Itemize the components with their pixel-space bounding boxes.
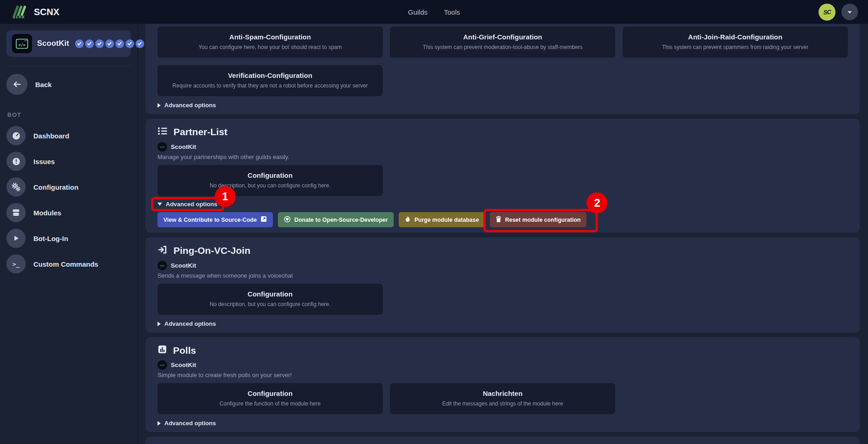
server-card[interactable]: </> ScootKit bbox=[6, 30, 131, 57]
card-polls-configuration[interactable]: Configuration Configure the function of … bbox=[157, 383, 383, 414]
section-title: Partner-List bbox=[174, 126, 228, 137]
card-title: Nachrichten bbox=[399, 389, 606, 397]
back-button[interactable]: Back bbox=[6, 73, 131, 96]
card-description: Edit the messages and strings of the mod… bbox=[399, 400, 606, 407]
advanced-options-toggle[interactable]: Advanced options bbox=[157, 102, 216, 109]
server-badges bbox=[75, 39, 154, 48]
terminal-icon: >_ bbox=[6, 254, 26, 274]
user-avatar[interactable]: SC bbox=[818, 3, 836, 21]
annotation-highlight-2: Reset module configuration 2 bbox=[490, 212, 586, 227]
trash-icon bbox=[496, 216, 501, 224]
scootkit-avatar: </> bbox=[157, 142, 167, 152]
card-ping-configuration[interactable]: Configuration No description, but you ca… bbox=[157, 284, 383, 315]
chevron-down-icon bbox=[847, 8, 852, 16]
card-title: Anti-Grief-Configuration bbox=[399, 33, 606, 41]
section-heading: Ping-On-VC-Join bbox=[157, 245, 848, 257]
module-owner-badge[interactable]: </> ScootKit bbox=[157, 360, 848, 370]
section-description: Sends a message when someone joins a voi… bbox=[157, 272, 848, 279]
section-reminders: Reminders bbox=[146, 437, 860, 444]
main-nav: Guilds Tools bbox=[408, 8, 460, 16]
poll-icon bbox=[157, 345, 167, 356]
reset-configuration-button[interactable]: Reset module configuration bbox=[490, 212, 586, 227]
navbar-right: SC bbox=[819, 4, 858, 21]
navbar: scnx SCNX Guilds Tools SC bbox=[0, 0, 868, 24]
server-name: ScootKit bbox=[37, 39, 69, 48]
card-polls-messages[interactable]: Nachrichten Edit the messages and string… bbox=[390, 383, 615, 414]
card-title: Configuration bbox=[167, 290, 374, 298]
scootkit-avatar: </> bbox=[157, 360, 167, 370]
donate-heart-icon bbox=[284, 216, 291, 224]
verified-badge-icon bbox=[136, 39, 144, 48]
donate-button[interactable]: Donate to Open-Source-Developer bbox=[278, 212, 394, 227]
module-owner-name: ScootKit bbox=[171, 262, 196, 269]
advanced-options-label: Advanced options bbox=[164, 420, 216, 427]
section-ping-on-vc-join: Ping-On-VC-Join </> ScootKit Sends a mes… bbox=[146, 237, 860, 333]
sidebar-item-configuration[interactable]: Configuration bbox=[6, 174, 131, 200]
sidebar-group-label: BOT bbox=[7, 111, 131, 118]
caret-right-icon bbox=[157, 322, 161, 326]
sidebar-item-label: Configuration bbox=[33, 183, 78, 191]
user-menu-button[interactable] bbox=[841, 4, 858, 20]
card-title: Configuration bbox=[167, 389, 374, 397]
card-description: You can configure here, how your bot sho… bbox=[167, 44, 374, 50]
card-title: Anti-Spam-Configuration bbox=[167, 33, 374, 41]
sidebar-item-label: Custom Commands bbox=[33, 260, 98, 268]
box-icon bbox=[6, 203, 26, 222]
back-arrow-icon bbox=[6, 74, 27, 95]
nav-link-tools[interactable]: Tools bbox=[444, 8, 460, 16]
sidebar-item-dashboard[interactable]: Dashboard bbox=[6, 123, 131, 148]
card-partner-configuration[interactable]: Configuration No description, but you ca… bbox=[157, 165, 383, 196]
verified-badge-icon bbox=[105, 39, 114, 48]
source-code-button[interactable]: View & Contribute to Source-Code bbox=[157, 212, 273, 227]
advanced-options-label: Advanced options bbox=[166, 201, 217, 208]
module-owner-badge[interactable]: </> ScootKit bbox=[157, 142, 848, 152]
module-owner-name: ScootKit bbox=[171, 362, 196, 368]
sidebar-item-bot-log-in[interactable]: Bot-Log-In bbox=[6, 225, 131, 251]
sidebar-item-label: Issues bbox=[33, 158, 55, 165]
section-heading: Polls bbox=[157, 345, 848, 356]
card-title: Anti-Join-Raid-Configuration bbox=[632, 33, 839, 41]
sidebar-item-modules[interactable]: Modules bbox=[6, 200, 131, 225]
section-title: Polls bbox=[173, 345, 196, 356]
purge-database-button[interactable]: Purge module database bbox=[399, 212, 485, 227]
caret-right-icon bbox=[157, 421, 161, 426]
section-heading: Partner-List bbox=[157, 126, 848, 138]
scootkit-avatar: </> bbox=[157, 261, 167, 270]
card-anti-join-raid[interactable]: Anti-Join-Raid-Configuration This system… bbox=[623, 27, 848, 58]
section-title: Ping-On-VC-Join bbox=[174, 245, 250, 256]
card-verification[interactable]: Verification-Configuration Require accou… bbox=[157, 65, 383, 96]
ping-card-grid: Configuration No description, but you ca… bbox=[157, 284, 848, 315]
card-description: No description, but you can configure co… bbox=[167, 301, 374, 307]
caret-right-icon bbox=[157, 103, 161, 108]
advanced-options-toggle[interactable]: Advanced options bbox=[157, 420, 216, 427]
card-anti-grief[interactable]: Anti-Grief-Configuration This system can… bbox=[390, 27, 615, 58]
section-description: Simple module to create fresh polls on y… bbox=[157, 372, 848, 378]
card-description: Require accounts to verify that they are… bbox=[167, 82, 374, 89]
gears-icon bbox=[6, 177, 26, 197]
section-moderation: Anti-Spam-Configuration You can configur… bbox=[146, 24, 860, 114]
sidebar-nav: Dashboard Issues Configuration bbox=[6, 123, 131, 277]
verified-badge-icon bbox=[95, 39, 104, 48]
verified-badge-icon bbox=[125, 39, 134, 48]
advanced-options-toggle-expanded[interactable]: Advanced options bbox=[151, 197, 224, 211]
annotation-step-2: 2 bbox=[586, 192, 608, 214]
brand[interactable]: scnx SCNX bbox=[10, 5, 60, 19]
section-description: Manage your partnerships with other guil… bbox=[157, 153, 848, 160]
card-description: No description, but you can configure co… bbox=[167, 182, 374, 189]
logo-subtext: scnx bbox=[13, 15, 25, 19]
card-description: This system can prevent moderation-tool-… bbox=[399, 44, 606, 50]
nav-link-guilds[interactable]: Guilds bbox=[408, 8, 428, 16]
sidebar-item-issues[interactable]: Issues bbox=[6, 148, 131, 174]
brand-name: SCNX bbox=[34, 7, 60, 17]
gauge-icon bbox=[6, 126, 26, 145]
fire-icon bbox=[405, 216, 411, 224]
sidebar-item-label: Dashboard bbox=[33, 132, 69, 140]
back-label: Back bbox=[35, 81, 52, 88]
module-owner-badge[interactable]: </> ScootKit bbox=[157, 261, 848, 270]
external-link-icon bbox=[260, 216, 267, 224]
advanced-options-toggle[interactable]: Advanced options bbox=[157, 320, 216, 327]
card-title: Verification-Configuration bbox=[167, 71, 374, 79]
button-label: Purge module database bbox=[414, 217, 479, 223]
card-anti-spam[interactable]: Anti-Spam-Configuration You can configur… bbox=[157, 27, 383, 58]
sidebar-item-custom-commands[interactable]: >_ Custom Commands bbox=[6, 251, 131, 277]
